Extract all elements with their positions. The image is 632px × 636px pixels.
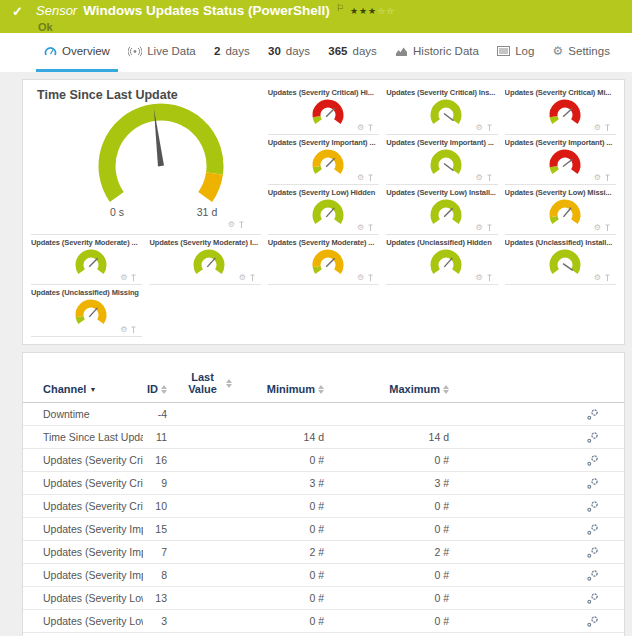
channel-settings-icon[interactable] — [577, 500, 599, 513]
channel-gauge: Updates (Unclassified) Missing⚙ — [31, 285, 142, 337]
sort-desc-icon: ▼ — [89, 386, 96, 393]
gauge-needle — [326, 108, 335, 117]
channel-gauge: Updates (Severity Moderate) ...⚙ — [268, 235, 379, 285]
column-header-last-value[interactable]: Last Value — [167, 371, 247, 395]
gauge-needle — [444, 114, 454, 121]
table-row: Updates (Severity Critic...93 #3 # — [23, 472, 624, 495]
pin-icon[interactable] — [486, 174, 493, 182]
tab-label: Log — [515, 45, 534, 57]
pin-icon[interactable] — [486, 224, 493, 232]
column-header-id[interactable]: ID — [143, 383, 167, 395]
channel-minimum: 2 # — [247, 546, 324, 558]
channel-gauge: Updates (Unclassified) Hidden⚙ — [386, 235, 497, 285]
channel-minimum: 0 # — [247, 569, 324, 581]
gauge-gear-icon[interactable]: ⚙ — [357, 174, 364, 182]
gauge-gear-icon[interactable]: ⚙ — [594, 124, 601, 132]
channel-id: -4 — [143, 408, 167, 420]
pin-icon[interactable] — [249, 274, 256, 282]
pin-icon[interactable] — [130, 274, 137, 282]
channel-gauge: Updates (Severity Low) Missi...⚙ — [505, 185, 616, 235]
gauge-gear-icon[interactable]: ⚙ — [357, 124, 364, 132]
pin-icon[interactable] — [238, 221, 245, 229]
pin-icon[interactable] — [367, 274, 374, 282]
channel-settings-icon[interactable] — [577, 615, 599, 628]
gauge-gear-icon[interactable]: ⚙ — [357, 224, 364, 232]
gauges-panel: Time Since Last Update0 s31 d⚙Updates (S… — [22, 79, 625, 345]
column-header-channel[interactable]: Channel▼ — [43, 383, 143, 395]
table-row: Updates (Severity Impo...150 #0 # — [23, 518, 624, 541]
gauge-needle — [326, 158, 335, 167]
tab-2-days[interactable]: 2 days — [206, 33, 258, 72]
tab-overview[interactable]: Overview — [36, 33, 118, 72]
channel-settings-icon[interactable] — [577, 477, 599, 490]
pin-icon[interactable] — [486, 274, 493, 282]
gauge-gear-icon[interactable]: ⚙ — [357, 274, 364, 282]
pin-icon[interactable] — [486, 124, 493, 132]
tab-number: 2 — [214, 45, 220, 57]
channel-minimum: 0 # — [247, 615, 324, 627]
tab-live-data[interactable]: Live Data — [120, 33, 204, 72]
tab-settings[interactable]: ⚙ Settings — [545, 33, 618, 72]
tab-historic-data[interactable]: Historic Data — [387, 33, 487, 72]
channel-name: Updates (Severity Critic... — [43, 454, 143, 466]
gauge-title: Updates (Severity Low) Hidden — [268, 185, 379, 197]
tab-30-days[interactable]: 30 days — [260, 33, 318, 72]
sort-both-icon — [226, 379, 232, 388]
gear-icon: ⚙ — [553, 45, 564, 57]
channel-settings-icon[interactable] — [577, 569, 599, 582]
channel-id: 9 — [143, 477, 167, 489]
gauge-title: Updates (Severity Critical) Hi... — [268, 85, 379, 97]
gauge-title: Updates (Severity Critical) Mi... — [505, 85, 616, 97]
gauge-gear-icon[interactable]: ⚙ — [475, 274, 482, 282]
pin-icon[interactable] — [604, 274, 611, 282]
tab-log[interactable]: Log — [489, 33, 542, 72]
gauge-needle — [563, 264, 573, 271]
pin-icon[interactable] — [604, 224, 611, 232]
pin-icon[interactable] — [130, 326, 137, 334]
channel-settings-icon[interactable] — [577, 431, 599, 444]
channel-settings-icon[interactable] — [577, 523, 599, 536]
channel-id: 3 — [143, 615, 167, 627]
column-header-maximum[interactable]: Maximum — [324, 383, 449, 395]
channel-maximum: 0 # — [324, 523, 449, 535]
gauge-gear-icon[interactable]: ⚙ — [228, 221, 235, 229]
channel-settings-icon[interactable] — [577, 454, 599, 467]
channel-settings-icon[interactable] — [577, 592, 599, 605]
tab-label: days — [353, 45, 377, 57]
gauge-max-label: 31 d — [197, 206, 218, 218]
gauge-gear-icon[interactable]: ⚙ — [239, 274, 246, 282]
gauge-gear-icon[interactable]: ⚙ — [120, 274, 127, 282]
channel-minimum: 3 # — [247, 477, 324, 489]
gauge-title: Updates (Unclassified) Missing — [31, 285, 142, 297]
gauge-gear-icon[interactable]: ⚙ — [120, 326, 127, 334]
channel-maximum: 3 # — [324, 477, 449, 489]
channel-gauge: Updates (Severity Moderate) ...⚙ — [31, 235, 142, 285]
priority-stars[interactable]: ★★★☆☆ — [350, 4, 395, 19]
pin-icon[interactable] — [604, 174, 611, 182]
gauge-gear-icon[interactable]: ⚙ — [594, 224, 601, 232]
channel-gauge: Updates (Severity Low) Install...⚙ — [386, 185, 497, 235]
pin-icon[interactable] — [367, 224, 374, 232]
pin-icon[interactable] — [604, 124, 611, 132]
sensor-header: ✓ Sensor Windows Updates Status (PowerSh… — [0, 0, 632, 33]
gauge-gear-icon[interactable]: ⚙ — [475, 224, 482, 232]
flag-icon[interactable]: ⚐ — [336, 1, 344, 16]
channel-maximum: 0 # — [324, 569, 449, 581]
gauge-time-since-last-update: Time Since Last Update0 s31 d⚙ — [31, 85, 261, 235]
gauge-grid: Time Since Last Update0 s31 d⚙Updates (S… — [23, 80, 624, 337]
gauge-title: Updates (Severity Moderate) I... — [149, 235, 260, 247]
channel-settings-icon[interactable] — [577, 408, 599, 421]
pin-icon[interactable] — [367, 124, 374, 132]
gauge-needle — [563, 208, 571, 217]
tab-label: Live Data — [147, 45, 196, 57]
gauge-gear-icon[interactable]: ⚙ — [594, 274, 601, 282]
channel-name: Updates (Severity Low) ... — [43, 615, 143, 627]
gauge-gear-icon[interactable]: ⚙ — [475, 124, 482, 132]
pin-icon[interactable] — [367, 174, 374, 182]
column-header-minimum[interactable]: Minimum — [247, 383, 324, 395]
channel-settings-icon[interactable] — [577, 546, 599, 559]
gauge-needle — [444, 258, 452, 267]
gauge-gear-icon[interactable]: ⚙ — [475, 174, 482, 182]
gauge-gear-icon[interactable]: ⚙ — [594, 174, 601, 182]
tab-365-days[interactable]: 365 days — [320, 33, 384, 72]
